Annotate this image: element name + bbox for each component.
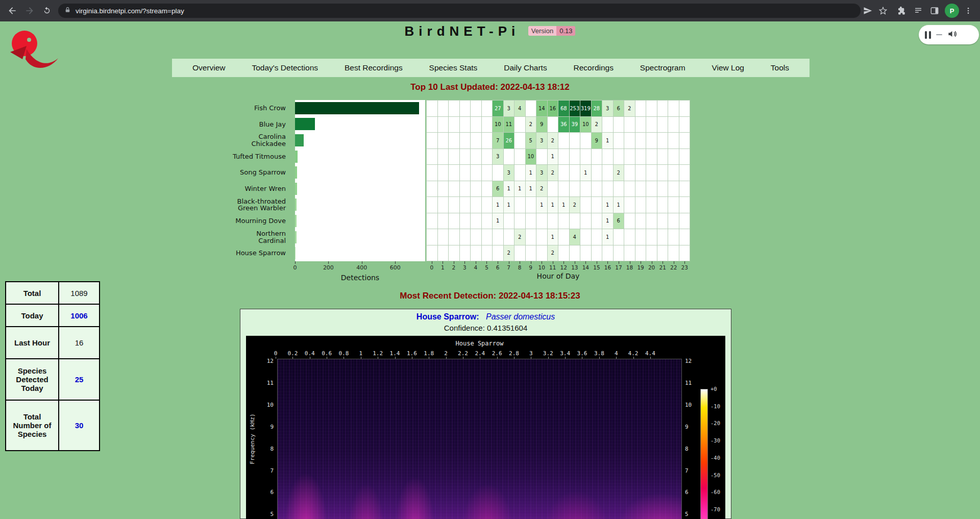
- heatmap-cell: [635, 213, 646, 229]
- heatmap-cell: [471, 101, 481, 116]
- heatmap-cell: [580, 197, 591, 213]
- heatmap-cell: [635, 181, 646, 197]
- nav-item-species-stats[interactable]: Species Stats: [429, 63, 478, 72]
- heatmap-cell: [668, 245, 679, 261]
- heatmap-cell: [471, 229, 481, 245]
- heatmap-cell: 1: [548, 229, 558, 245]
- heatmap-cell: 1: [514, 181, 525, 197]
- x-tick-mark: [454, 261, 454, 264]
- x-tick-mark: [443, 261, 443, 264]
- heatmap-cell: [580, 133, 591, 149]
- heatmap-cell: [657, 165, 668, 181]
- heatmap-cell: [526, 245, 536, 261]
- reload-button[interactable]: [40, 4, 54, 18]
- send-page-icon[interactable]: [861, 4, 874, 17]
- x-tick-label: 12: [560, 264, 567, 270]
- heatmap-cell: [558, 213, 569, 229]
- side-panel-icon[interactable]: [928, 4, 941, 17]
- heatmap-cell: 2: [536, 181, 547, 197]
- heatmap-cell: [427, 149, 437, 165]
- bar-chart-plot: [295, 100, 425, 261]
- nav-item-overview[interactable]: Overview: [192, 63, 226, 72]
- nav-item-today-s-detections[interactable]: Today's Detections: [252, 63, 318, 72]
- spectrogram-plot-area: [277, 359, 682, 519]
- heatmap-cell: [482, 197, 493, 213]
- heatmap-cell: 9: [592, 133, 602, 149]
- nav-item-daily-charts[interactable]: Daily Charts: [504, 63, 547, 72]
- heatmap-cell: [602, 117, 613, 133]
- heatmap-cell: [624, 133, 635, 149]
- x-tick-mark: [585, 261, 586, 264]
- reading-list-icon[interactable]: [912, 4, 925, 17]
- spectro-time-tick: 1.4: [390, 350, 400, 357]
- x-tick-label: 7: [507, 264, 510, 270]
- x-tick-mark: [607, 261, 608, 264]
- x-tick-mark: [498, 261, 498, 264]
- heatmap-cell: 28: [592, 101, 602, 116]
- nav-item-view-log[interactable]: View Log: [712, 63, 744, 72]
- x-tick-mark: [542, 261, 542, 264]
- stats-value-link[interactable]: 30: [59, 400, 100, 451]
- extensions-puzzle-icon[interactable]: [895, 4, 908, 17]
- heatmap-cell: [635, 197, 646, 213]
- x-tick-mark: [395, 261, 396, 264]
- heatmap-cell: [614, 229, 624, 245]
- x-tick-mark: [295, 261, 296, 264]
- species-scientific-name-link[interactable]: Passer domesticus: [486, 312, 555, 321]
- x-tick-label: 22: [670, 264, 677, 270]
- heatmap-cell: [514, 213, 525, 229]
- detections-bar: [295, 151, 298, 163]
- heatmap-cell: [460, 181, 471, 197]
- heatmap-cell: [558, 149, 569, 165]
- heatmap-cell: [646, 181, 657, 197]
- heatmap-cell: [438, 117, 449, 133]
- forward-button[interactable]: [22, 4, 37, 18]
- heatmap-cell: [482, 245, 493, 261]
- stats-label-cell: Total Number of Species: [6, 400, 59, 451]
- nav-item-recordings[interactable]: Recordings: [574, 63, 614, 72]
- speaker-icon[interactable]: [947, 29, 957, 41]
- heatmap-cell: [438, 101, 449, 116]
- profile-avatar[interactable]: P: [945, 4, 959, 18]
- bookmark-star-icon[interactable]: [876, 4, 890, 17]
- species-label: Fish Crow: [205, 100, 291, 116]
- species-label: House Sparrow: [205, 245, 291, 261]
- spectro-time-tick: 0: [274, 350, 278, 357]
- padlock-icon[interactable]: [64, 6, 71, 15]
- heatmap-cell: 26: [504, 133, 514, 149]
- x-tick-mark: [630, 261, 630, 264]
- volume-slider[interactable]: [936, 34, 942, 36]
- heatmap-cell: [548, 181, 558, 197]
- heatmap-cell: [614, 133, 624, 149]
- heatmap-cell: [536, 245, 547, 261]
- heatmap-cell: [526, 101, 536, 116]
- heatmap-cell: [646, 213, 657, 229]
- nav-item-best-recordings[interactable]: Best Recordings: [345, 63, 403, 72]
- bar-chart-x-label: Detections: [295, 274, 425, 282]
- heatmap-cell: 5: [526, 133, 536, 149]
- heatmap-cell: [449, 165, 459, 181]
- heatmap-cell: 1: [580, 165, 591, 181]
- heatmap-cell: [449, 101, 459, 116]
- heatmap-cell: [646, 101, 657, 116]
- birdnet-pi-page: virginia.birdnetpi.com/?stream=play P: [0, 0, 980, 519]
- heatmap-cell: 1: [614, 197, 624, 213]
- spectro-time-tick: 0.2: [287, 350, 298, 357]
- menu-kebab-icon[interactable]: [962, 4, 975, 17]
- heatmap-cell: [536, 149, 547, 165]
- stats-value-link[interactable]: 25: [59, 359, 100, 400]
- spectro-time-tick: 2: [444, 350, 448, 357]
- url-bar[interactable]: virginia.birdnetpi.com/?stream=play: [58, 4, 861, 18]
- heatmap-cell: [570, 181, 580, 197]
- nav-item-spectrogram[interactable]: Spectrogram: [640, 63, 685, 72]
- back-button[interactable]: [5, 4, 19, 18]
- species-common-name-link[interactable]: House Sparrow:: [416, 312, 479, 321]
- heatmap-cell: 3: [602, 101, 613, 116]
- pause-button[interactable]: [925, 31, 931, 39]
- heatmap-cell: [635, 133, 646, 149]
- spectro-time-tick: 4.4: [645, 350, 655, 357]
- stats-value-link[interactable]: 1006: [59, 304, 100, 327]
- spectro-freq-tick-right: 11: [685, 379, 703, 386]
- heatmap-cell: 1: [504, 197, 514, 213]
- nav-item-tools[interactable]: Tools: [771, 63, 789, 72]
